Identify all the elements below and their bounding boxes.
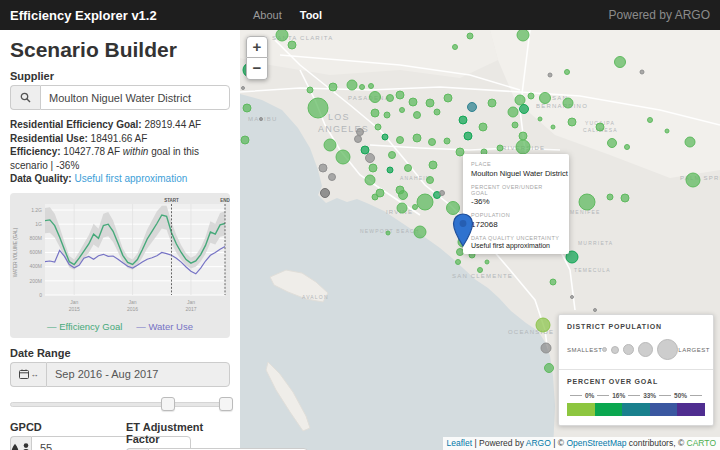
district-circle[interactable] [336, 150, 350, 164]
district-circle[interactable] [497, 145, 503, 151]
district-circle[interactable] [548, 73, 552, 77]
district-circle[interactable] [648, 118, 653, 123]
district-circle[interactable] [370, 92, 381, 103]
district-circle[interactable] [389, 152, 396, 159]
district-circle[interactable] [243, 104, 251, 112]
district-circle[interactable] [686, 173, 700, 187]
district-circle[interactable] [640, 70, 644, 74]
district-circle[interactable] [453, 45, 458, 50]
district-circle[interactable] [545, 364, 554, 373]
district-circle[interactable] [615, 57, 626, 68]
district-circle[interactable] [365, 175, 375, 185]
district-circle[interactable] [568, 118, 576, 126]
district-circle[interactable] [347, 80, 357, 90]
district-circle[interactable] [467, 33, 473, 39]
district-circle[interactable] [488, 99, 496, 107]
district-map[interactable]: SANTA CLARITALOSANGELESPASADENAMALIBUSAN… [240, 30, 720, 450]
district-circle[interactable] [485, 260, 489, 264]
district-circle[interactable] [464, 132, 472, 140]
district-circle[interactable] [361, 146, 369, 154]
slider-handle-end[interactable] [219, 397, 233, 411]
district-circle[interactable] [288, 41, 296, 49]
district-circle[interactable] [400, 108, 405, 113]
attribution-link[interactable]: Leaflet [447, 438, 473, 448]
supplier-input[interactable] [40, 85, 230, 110]
date-range-input[interactable] [46, 362, 230, 387]
nav-link-about[interactable]: About [253, 9, 282, 21]
district-circle[interactable] [307, 87, 313, 93]
district-circle[interactable] [308, 98, 328, 118]
district-circle[interactable] [571, 296, 574, 299]
district-circle[interactable] [413, 205, 418, 210]
district-circle[interactable] [319, 164, 327, 172]
district-circle[interactable] [375, 124, 381, 130]
district-circle[interactable] [528, 93, 534, 99]
district-circle[interactable] [384, 112, 390, 118]
district-circle[interactable] [685, 137, 695, 147]
attribution-link[interactable]: CARTO [687, 438, 716, 448]
district-circle[interactable] [540, 93, 551, 104]
district-circle[interactable] [321, 189, 330, 198]
district-circle[interactable] [607, 194, 613, 200]
district-circle[interactable] [329, 83, 337, 91]
district-circle[interactable] [517, 30, 529, 41]
district-circle[interactable] [371, 109, 379, 117]
district-circle[interactable] [519, 132, 527, 140]
district-circle[interactable] [479, 123, 487, 131]
district-circle[interactable] [579, 194, 595, 210]
district-circle[interactable] [608, 139, 617, 148]
district-circle[interactable] [468, 103, 477, 112]
district-circle[interactable] [382, 134, 388, 140]
district-circle[interactable] [508, 107, 518, 117]
district-circle[interactable] [324, 139, 336, 151]
district-circle[interactable] [386, 231, 390, 235]
district-circle[interactable] [459, 116, 467, 124]
district-circle[interactable] [516, 140, 530, 154]
district-circle[interactable] [366, 154, 375, 163]
district-circle[interactable] [360, 85, 365, 90]
district-circle[interactable] [512, 122, 518, 128]
district-circle[interactable] [440, 191, 445, 196]
district-circle[interactable] [456, 260, 461, 265]
zoom-in-button[interactable]: + [246, 36, 268, 58]
district-circle[interactable] [426, 99, 434, 107]
slider-track[interactable] [10, 402, 232, 407]
district-circle[interactable] [594, 309, 597, 312]
district-circle[interactable] [387, 167, 393, 173]
district-circle[interactable] [541, 343, 551, 353]
district-circle[interactable] [536, 318, 550, 332]
district-circle[interactable] [551, 125, 555, 129]
district-circle[interactable] [396, 91, 404, 99]
map-marker-pin[interactable] [450, 212, 476, 250]
zoom-out-button[interactable]: − [246, 58, 268, 80]
district-circle[interactable] [565, 70, 570, 75]
district-circle[interactable] [665, 129, 669, 133]
data-quality-link[interactable]: Useful first approximation [72, 173, 188, 184]
district-circle[interactable] [478, 268, 483, 273]
district-circle[interactable] [276, 30, 288, 41]
district-circle[interactable] [515, 95, 525, 105]
district-circle[interactable] [429, 161, 437, 169]
district-circle[interactable] [444, 94, 452, 102]
district-circle[interactable] [625, 145, 630, 150]
district-circle[interactable] [434, 109, 440, 115]
district-circle[interactable] [355, 136, 362, 143]
district-circle[interactable] [397, 203, 407, 213]
district-circle[interactable] [409, 98, 417, 106]
district-circle[interactable] [417, 194, 433, 210]
district-circle[interactable] [596, 123, 604, 131]
district-circle[interactable] [260, 118, 263, 121]
district-circle[interactable] [429, 139, 436, 146]
district-circle[interactable] [241, 136, 249, 144]
district-circle[interactable] [427, 177, 434, 184]
district-circle[interactable] [397, 137, 404, 144]
district-circle[interactable] [621, 194, 629, 202]
district-circle[interactable] [414, 226, 426, 238]
district-circle[interactable] [405, 165, 412, 172]
district-circle[interactable] [550, 279, 556, 285]
attribution-link[interactable]: ARGO [526, 438, 551, 448]
district-circle[interactable] [357, 129, 364, 136]
district-circle[interactable] [242, 87, 245, 90]
district-circle[interactable] [369, 164, 377, 172]
district-circle[interactable] [444, 138, 450, 144]
